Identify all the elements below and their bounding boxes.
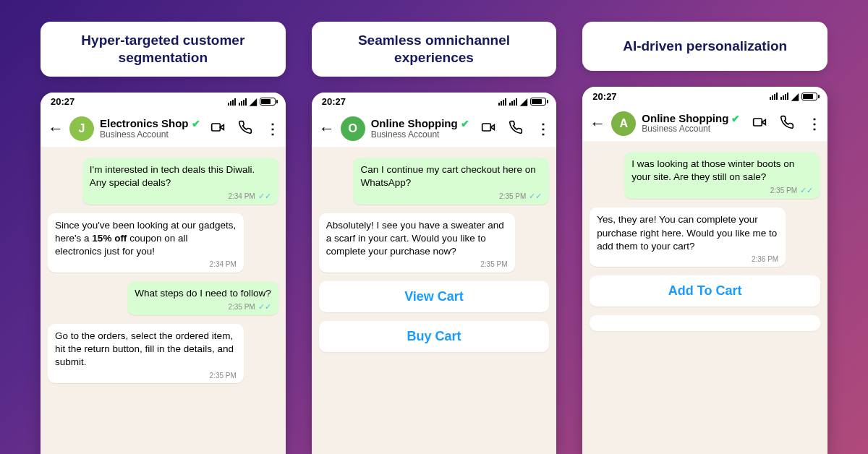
buy-cart-button[interactable]: Buy Cart	[319, 321, 550, 352]
signal-icon	[770, 93, 778, 100]
voice-call-icon[interactable]	[238, 120, 252, 137]
battery-icon	[801, 93, 817, 100]
message-text: What steps do I need to follow?	[135, 288, 271, 299]
clock: 20:27	[592, 91, 616, 102]
chat-body: I'm interested in tech deals this Diwali…	[41, 147, 286, 455]
chat-subtitle: Business Account	[371, 130, 476, 140]
signal-icon	[228, 98, 236, 106]
chat-body: Can I continue my cart checkout here on …	[312, 147, 557, 455]
status-icons: ◢	[228, 96, 276, 107]
feature-pill: AI-driven personalization	[582, 22, 827, 71]
status-icons: ◢	[498, 96, 546, 107]
timestamp: 2:35 PM	[326, 260, 508, 270]
status-bar: 20:27 ◢	[582, 87, 827, 106]
chat-header: ← O Online Shopping✔ Business Account ⋮	[312, 111, 557, 147]
timestamp: 2:35 PM	[499, 192, 526, 200]
timestamp: 2:36 PM	[597, 254, 778, 265]
voice-call-icon[interactable]	[509, 120, 523, 137]
battery-icon	[260, 98, 276, 106]
more-menu-icon[interactable]: ⋮	[265, 120, 278, 137]
phone-mock: 20:27 ◢ ← J Electronics Shop✔ Business A…	[41, 93, 286, 455]
timestamp: 2:35 PM	[228, 303, 255, 311]
signal-icon	[780, 93, 788, 100]
message-incoming[interactable]: Go to the orders, select the ordered ite…	[48, 324, 244, 383]
add-to-cart-button[interactable]: Add To Cart	[590, 275, 820, 307]
feature-pill: Seamless omnichannel experiences	[312, 22, 557, 77]
clock: 20:27	[322, 96, 346, 107]
status-icons: ◢	[770, 91, 817, 102]
message-text: I was looking at those winter boots on y…	[631, 158, 794, 182]
battery-icon	[530, 98, 546, 106]
clock: 20:27	[51, 96, 75, 107]
chat-subtitle: Business Account	[642, 124, 746, 134]
more-menu-icon[interactable]: ⋮	[807, 115, 820, 132]
video-call-icon[interactable]	[481, 120, 495, 137]
phone-mock: 20:27 ◢ ← O Online Shopping✔ Business Ac…	[312, 93, 557, 455]
feature-pill: Hyper-targeted customer segmentation	[41, 22, 286, 77]
svg-rect-2	[754, 119, 762, 126]
message-incoming[interactable]: Since you've been looking at our gadgets…	[48, 213, 244, 273]
view-cart-button[interactable]: View Cart	[319, 281, 550, 312]
message-outgoing[interactable]: What steps do I need to follow? 2:35 PM✓…	[127, 281, 278, 315]
chat-header: ← A Online Shopping✔ Business Account ⋮	[582, 106, 827, 142]
status-bar: 20:27 ◢	[312, 93, 557, 111]
column-omnichannel: Seamless omnichannel experiences 20:27 ◢…	[312, 22, 557, 454]
secondary-action-button[interactable]	[590, 315, 820, 331]
video-call-icon[interactable]	[752, 115, 767, 132]
avatar[interactable]: J	[69, 116, 94, 141]
svg-rect-0	[211, 124, 220, 131]
signal-icon	[239, 98, 247, 106]
read-ticks-icon: ✓✓	[258, 192, 271, 200]
more-menu-icon[interactable]: ⋮	[536, 120, 549, 137]
back-button[interactable]: ←	[590, 116, 605, 132]
verified-icon: ✔	[192, 118, 200, 129]
wifi-icon: ◢	[791, 91, 799, 102]
timestamp: 2:35 PM	[770, 187, 797, 194]
read-ticks-icon: ✓✓	[529, 192, 542, 200]
message-outgoing[interactable]: Can I continue my cart checkout here on …	[353, 158, 549, 205]
message-text: Absolutely! I see you have a sweater and…	[326, 220, 504, 257]
layout-columns: Hyper-targeted customer segmentation 20:…	[0, 0, 868, 454]
message-outgoing[interactable]: I'm interested in tech deals this Diwali…	[82, 158, 278, 205]
column-personalization: AI-driven personalization 20:27 ◢ ← A On…	[582, 22, 827, 454]
chat-title-block[interactable]: Online Shopping✔ Business Account	[371, 117, 476, 140]
read-ticks-icon: ✓✓	[800, 186, 813, 194]
timestamp: 2:34 PM	[55, 260, 237, 270]
read-ticks-icon: ✓✓	[258, 302, 271, 311]
timestamp: 2:34 PM	[228, 192, 255, 200]
message-incoming[interactable]: Yes, they are! You can complete your pur…	[590, 207, 786, 267]
video-call-icon[interactable]	[210, 120, 225, 137]
chat-body: I was looking at those winter boots on y…	[582, 142, 827, 454]
chat-subtitle: Business Account	[100, 130, 205, 140]
chat-header: ← J Electronics Shop✔ Business Account ⋮	[41, 111, 286, 147]
status-bar: 20:27 ◢	[41, 93, 286, 111]
chat-title-block[interactable]: Electronics Shop✔ Business Account	[100, 117, 205, 140]
message-outgoing[interactable]: I was looking at those winter boots on y…	[624, 152, 820, 199]
verified-icon: ✔	[461, 118, 469, 129]
svg-rect-1	[482, 124, 491, 131]
message-text: Since you've been looking at our gadgets…	[55, 220, 236, 257]
chat-name: Online Shopping	[642, 112, 728, 124]
voice-call-icon[interactable]	[780, 115, 794, 132]
signal-icon	[498, 98, 506, 106]
chat-title-block[interactable]: Online Shopping✔ Business Account	[642, 112, 746, 134]
chat-name: Electronics Shop	[100, 117, 189, 129]
back-button[interactable]: ←	[48, 121, 64, 137]
verified-icon: ✔	[731, 113, 740, 124]
signal-icon	[509, 98, 517, 106]
chat-name: Online Shopping	[371, 117, 458, 129]
message-text: Yes, they are! You can complete your pur…	[597, 214, 777, 251]
column-segmentation: Hyper-targeted customer segmentation 20:…	[41, 22, 286, 454]
message-text: Can I continue my cart checkout here on …	[360, 164, 535, 188]
phone-mock: 20:27 ◢ ← A Online Shopping✔ Business Ac…	[582, 87, 827, 454]
wifi-icon: ◢	[520, 96, 527, 107]
avatar[interactable]: A	[611, 111, 636, 136]
message-text: I'm interested in tech deals this Diwali…	[90, 164, 255, 188]
back-button[interactable]: ←	[319, 121, 335, 137]
avatar[interactable]: O	[341, 116, 365, 141]
wifi-icon: ◢	[250, 96, 257, 107]
message-incoming[interactable]: Absolutely! I see you have a sweater and…	[319, 213, 515, 273]
message-text: Go to the orders, select the ordered ite…	[55, 330, 234, 367]
timestamp: 2:35 PM	[55, 371, 237, 381]
